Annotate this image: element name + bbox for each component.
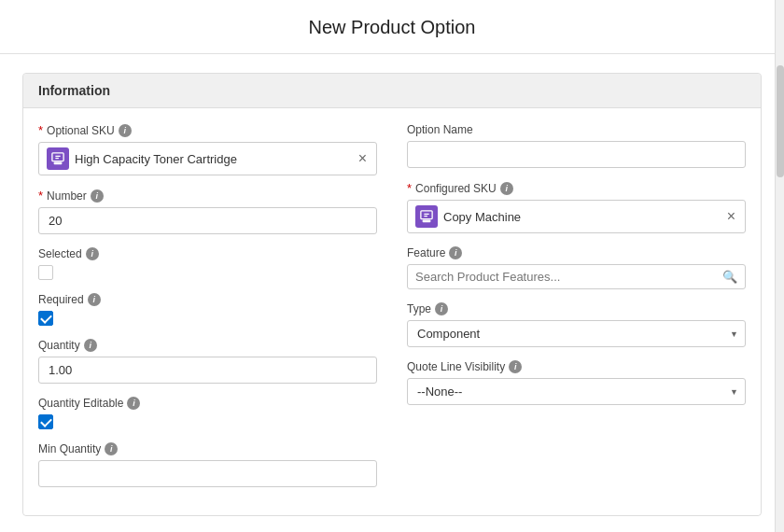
section-body: * Optional SKU i <box>23 108 761 515</box>
configured-sku-info-icon[interactable]: i <box>500 182 513 195</box>
required-label: Required i <box>38 293 377 306</box>
required-group: Required i <box>38 293 377 326</box>
information-section: Information * Optional SKU i <box>22 73 762 516</box>
section-header: Information <box>23 74 761 108</box>
quote-line-visibility-info-icon[interactable]: i <box>509 360 522 373</box>
configured-sku-label-text: Configured SKU <box>415 182 497 195</box>
type-select-wrapper: Component Option <box>407 320 746 347</box>
svg-rect-5 <box>423 220 431 223</box>
min-quantity-label-text: Min Quantity <box>38 442 101 455</box>
required-info-icon[interactable]: i <box>88 293 101 306</box>
number-input[interactable] <box>38 207 377 234</box>
quantity-editable-group: Quantity Editable i <box>38 397 377 429</box>
type-label-text: Type <box>407 302 431 315</box>
page-content: Information * Optional SKU i <box>0 54 784 530</box>
feature-search-field[interactable]: 🔍 <box>407 264 746 289</box>
svg-rect-1 <box>54 162 63 165</box>
required-label-text: Required <box>38 293 84 306</box>
optional-sku-value: High Capacity Toner Cartridge <box>75 152 357 166</box>
optional-sku-info-icon[interactable]: i <box>119 124 132 137</box>
quantity-editable-label-text: Quantity Editable <box>38 397 123 410</box>
quantity-editable-info-icon[interactable]: i <box>127 397 140 410</box>
right-column: Option Name * Configured SKU i <box>407 123 746 500</box>
feature-label: Feature i <box>407 246 746 259</box>
configured-sku-group: * Configured SKU i <box>407 181 746 233</box>
option-name-group: Option Name <box>407 123 746 168</box>
type-group: Type i Component Option <box>407 302 746 347</box>
optional-sku-product-icon <box>47 147 69 170</box>
configured-sku-field[interactable]: Copy Machine × <box>407 200 746 233</box>
required-checkbox[interactable] <box>38 311 53 326</box>
quantity-editable-label: Quantity Editable i <box>38 397 377 410</box>
quantity-info-icon[interactable]: i <box>84 339 97 352</box>
selected-label: Selected i <box>38 247 377 260</box>
selected-checkbox[interactable] <box>38 265 53 280</box>
required-checkbox-wrapper <box>38 311 377 326</box>
feature-search-icon: 🔍 <box>722 270 737 284</box>
form-grid: * Optional SKU i <box>38 123 746 500</box>
quote-line-visibility-label: Quote Line Visibility i <box>407 360 746 373</box>
min-quantity-label: Min Quantity i <box>38 442 377 455</box>
option-name-input[interactable] <box>407 141 746 168</box>
selected-group: Selected i <box>38 247 377 280</box>
quote-line-visibility-select-wrapper: --None-- <box>407 378 746 405</box>
optional-sku-group: * Optional SKU i <box>38 123 377 175</box>
quantity-label-text: Quantity <box>38 339 80 352</box>
quantity-editable-checkbox-wrapper <box>38 414 377 429</box>
left-column: * Optional SKU i <box>38 123 377 500</box>
type-info-icon[interactable]: i <box>435 302 448 315</box>
configured-sku-value: Copy Machine <box>443 210 725 224</box>
min-quantity-input[interactable] <box>38 460 377 487</box>
quote-line-visibility-group: Quote Line Visibility i --None-- <box>407 360 746 405</box>
svg-rect-4 <box>421 211 432 219</box>
quantity-group: Quantity i <box>38 339 377 384</box>
feature-group: Feature i 🔍 <box>407 246 746 289</box>
selected-checkbox-wrapper <box>38 265 377 280</box>
selected-info-icon[interactable]: i <box>86 247 99 260</box>
optional-sku-clear-button[interactable]: × <box>357 151 369 166</box>
quote-line-visibility-label-text: Quote Line Visibility <box>407 360 505 373</box>
type-select[interactable]: Component Option <box>407 320 746 347</box>
min-quantity-info-icon[interactable]: i <box>105 442 118 455</box>
type-label: Type i <box>407 302 746 315</box>
optional-sku-label-text: Optional SKU <box>47 124 115 137</box>
min-quantity-group: Min Quantity i <box>38 442 377 487</box>
configured-sku-required-star: * <box>407 181 412 195</box>
quantity-label: Quantity i <box>38 339 377 352</box>
number-label: * Number i <box>38 189 377 203</box>
configured-sku-label: * Configured SKU i <box>407 181 746 195</box>
quantity-input[interactable] <box>38 357 377 384</box>
feature-search-input[interactable] <box>415 270 722 284</box>
scrollbar-thumb[interactable] <box>777 65 784 177</box>
scrollbar[interactable] <box>775 0 784 532</box>
quote-line-visibility-select[interactable]: --None-- <box>407 378 746 405</box>
optional-sku-label: * Optional SKU i <box>38 123 377 137</box>
option-name-label: Option Name <box>407 123 746 136</box>
quantity-editable-checkbox[interactable] <box>38 414 53 429</box>
number-label-text: Number <box>47 189 87 203</box>
number-required-star: * <box>38 189 43 203</box>
configured-sku-clear-button[interactable]: × <box>725 209 737 224</box>
number-group: * Number i <box>38 189 377 234</box>
feature-info-icon[interactable]: i <box>449 246 462 259</box>
option-name-label-text: Option Name <box>407 123 473 136</box>
svg-rect-0 <box>52 153 63 161</box>
page-title: New Product Option <box>0 0 784 54</box>
optional-sku-required-star: * <box>38 123 43 137</box>
selected-label-text: Selected <box>38 247 82 260</box>
configured-sku-product-icon <box>415 205 438 228</box>
number-info-icon[interactable]: i <box>91 189 104 203</box>
optional-sku-field[interactable]: High Capacity Toner Cartridge × <box>38 142 377 175</box>
feature-label-text: Feature <box>407 246 445 259</box>
